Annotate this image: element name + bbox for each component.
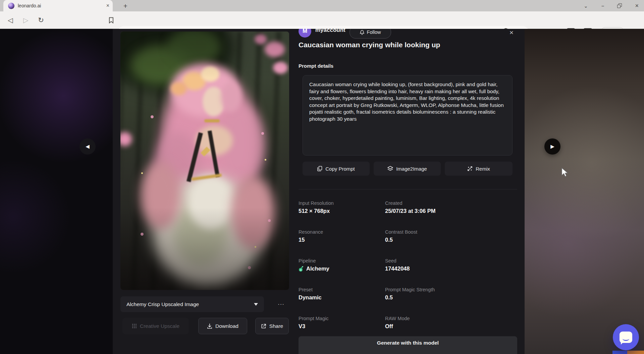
forward-button: ▷ (20, 11, 32, 29)
bell-icon (360, 30, 364, 35)
upscale-grid-icon (132, 323, 137, 329)
creative-upscale-button: Creative Upscale (122, 318, 189, 334)
detail-preset: Preset Dynamic (299, 287, 385, 302)
background-blur-left (0, 29, 113, 354)
detail-prompt-magic: Prompt Magic V3 (299, 316, 385, 331)
detail-resonance: Resonance 15 (299, 229, 385, 245)
download-label: Download (215, 323, 238, 329)
image2image-label: Image2Image (396, 166, 427, 172)
more-options-button[interactable]: ··· (273, 296, 289, 312)
copy-icon (317, 166, 322, 171)
close-window-button[interactable]: × (635, 3, 639, 9)
prompt-text: Caucasian woman crying while looking up,… (303, 75, 513, 156)
detail-raw-mode: RAW Mode Off (385, 316, 517, 331)
download-icon (207, 323, 212, 329)
share-label: Share (269, 323, 283, 329)
tab-close-icon[interactable]: × (106, 3, 109, 8)
generated-image[interactable] (120, 32, 289, 290)
variant-selector[interactable]: Alchemy Crisp Upscaled Image (120, 296, 264, 312)
detail-pipeline: Pipeline Alchemy (299, 258, 385, 274)
detail-seed: Seed 17442048 (385, 258, 517, 274)
background-strip-blue (612, 351, 627, 354)
variant-selector-label: Alchemy Crisp Upscaled Image (126, 301, 199, 307)
new-tab-button[interactable]: + (121, 1, 130, 11)
image2image-button[interactable]: Image2Image (374, 162, 441, 176)
support-chat-button[interactable] (613, 324, 639, 350)
alchemy-flask-icon (299, 266, 304, 272)
avatar[interactable]: M (299, 29, 311, 38)
bookmark-icon[interactable] (105, 11, 117, 29)
tab-search-chevron-icon[interactable]: ⌄ (584, 3, 588, 8)
background-blur-right (525, 29, 644, 354)
page-content: Alchemy Crisp Upscaled Image ··· Creativ… (0, 29, 644, 354)
share-button[interactable]: Share (255, 318, 289, 334)
detail-created: Created 25/07/23 at 3:06 PM (385, 200, 517, 216)
close-icon[interactable]: × (507, 29, 516, 37)
remix-button[interactable]: Remix (445, 162, 513, 176)
creative-upscale-label: Creative Upscale (140, 323, 179, 329)
detail-input-resolution: Input Resolution 512 × 768px (299, 200, 385, 216)
tab-strip: leonardo.ai × + ⌄ − × (0, 0, 644, 11)
divider (299, 189, 517, 189)
layers-icon (387, 166, 393, 171)
back-button[interactable]: ◁ (5, 11, 16, 29)
chat-icon (620, 332, 632, 343)
generate-with-model-button[interactable]: Generate with this model (299, 336, 517, 354)
share-external-icon (261, 323, 266, 329)
next-image-button[interactable]: ▶ (544, 138, 560, 155)
previous-image-button[interactable]: ◀ (79, 138, 96, 155)
mouse-cursor (561, 168, 570, 178)
minimize-button[interactable]: − (601, 3, 604, 8)
leonardo-favicon-icon (8, 3, 14, 9)
download-button[interactable]: Download (198, 318, 247, 334)
restore-button[interactable] (618, 4, 622, 8)
prompt-details-heading: Prompt details (299, 63, 333, 69)
remix-icon (467, 166, 473, 171)
generation-title: Caucasian woman crying while looking up (299, 41, 440, 49)
username[interactable]: myaccount (315, 29, 345, 34)
reload-button[interactable]: ↻ (35, 11, 47, 29)
tab-title: leonardo.ai (18, 3, 41, 8)
chevron-down-icon (254, 303, 258, 306)
copy-prompt-button[interactable]: Copy Prompt (303, 162, 370, 176)
follow-button[interactable]: Follow (350, 29, 391, 39)
follow-label: Follow (367, 30, 381, 35)
generation-detail-modal: Alchemy Crisp Upscaled Image ··· Creativ… (113, 29, 525, 354)
browser-toolbar: ◁ ▷ ↻ app.leonardo.ai VPN (0, 11, 644, 29)
detail-contrast-boost: Contrast Boost 0.5 (385, 229, 517, 245)
background-strip-orange (627, 351, 644, 354)
generation-details-grid: Input Resolution 512 × 768px Created 25/… (299, 200, 517, 331)
copy-prompt-label: Copy Prompt (325, 166, 355, 172)
window-controls: ⌄ − × (584, 0, 639, 11)
detail-prompt-magic-strength: Prompt Magic Strength 0.5 (385, 287, 517, 302)
browser-tab[interactable]: leonardo.ai × (3, 0, 113, 11)
remix-label: Remix (476, 166, 490, 172)
